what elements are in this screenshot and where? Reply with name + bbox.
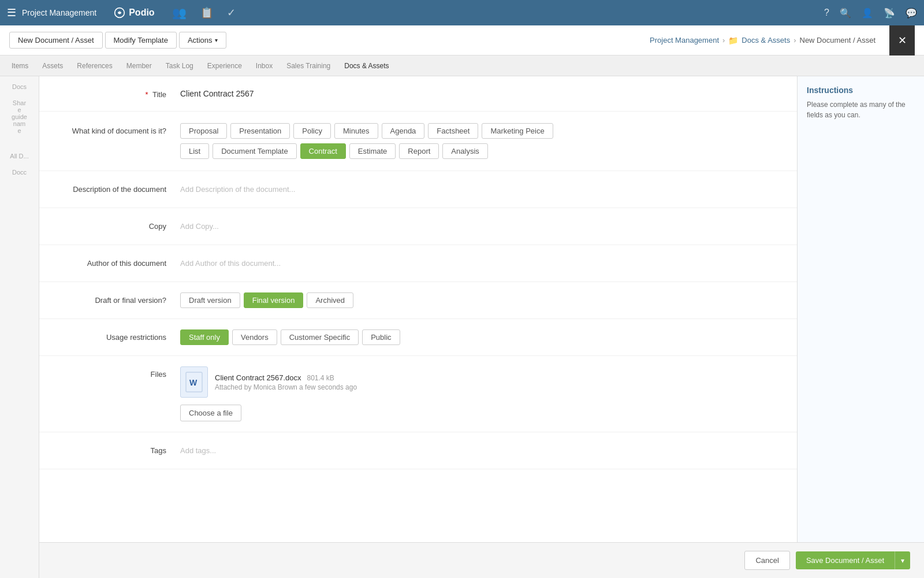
description-content[interactable]: Add Description of the document...: [180, 181, 783, 197]
breadcrumb-folder[interactable]: Docs & Assets: [742, 36, 790, 45]
author-content[interactable]: Add Author of this document...: [180, 255, 783, 271]
usage-tags: Staff only Vendors Customer Specific Pub…: [180, 329, 783, 345]
chevron-down-icon: ▾: [215, 37, 218, 43]
sidebar-docc: Docc: [12, 169, 27, 176]
tag-final-version[interactable]: Final version: [244, 292, 304, 308]
sec-nav-experience[interactable]: Experience: [205, 62, 244, 70]
tag-report[interactable]: Report: [399, 143, 439, 159]
file-size: 801.4 kB: [307, 374, 334, 382]
author-row: Author of this document Add Author of th…: [39, 245, 797, 282]
tags-placeholder[interactable]: Add tags...: [180, 443, 783, 458]
breadcrumb: Project Management › 📁 Docs & Assets › N…: [650, 36, 875, 45]
chat-icon[interactable]: 💬: [906, 8, 917, 18]
files-content: W Client Contract 2567.docx 801.4 kB Att…: [180, 366, 783, 421]
file-meta: Attached by Monica Brown a few seconds a…: [215, 383, 357, 391]
usage-row: Usage restrictions Staff only Vendors Cu…: [39, 319, 797, 356]
instructions-panel: Instructions Please complete as many of …: [797, 76, 924, 542]
tag-staff-only[interactable]: Staff only: [180, 329, 229, 345]
breadcrumb-sep-1: ›: [722, 36, 725, 45]
sec-nav-sales-training[interactable]: Sales Training: [284, 62, 333, 70]
tag-customer-specific[interactable]: Customer Specific: [281, 329, 359, 345]
new-document-button[interactable]: New Document / Asset: [9, 32, 103, 49]
hamburger-icon[interactable]: ☰: [7, 6, 16, 19]
tag-contract[interactable]: Contract: [300, 143, 346, 159]
tag-archived[interactable]: Archived: [307, 292, 353, 308]
sec-nav-task-log[interactable]: Task Log: [163, 62, 196, 70]
sub-toolbar: New Document / Asset Modify Template Act…: [0, 25, 924, 55]
secondary-nav: Items Assets References Member Task Log …: [0, 55, 924, 76]
tag-document-template[interactable]: Document Template: [213, 143, 296, 159]
files-row: Files W: [39, 356, 797, 432]
file-name: Client Contract 2567.docx: [215, 373, 301, 382]
podio-logo: Podio: [114, 7, 154, 18]
user-icon[interactable]: 👤: [862, 8, 873, 18]
author-placeholder[interactable]: Add Author of this document...: [180, 255, 783, 271]
breadcrumb-sep-2: ›: [793, 36, 796, 45]
cancel-button[interactable]: Cancel: [744, 551, 789, 570]
copy-label: Copy: [53, 218, 180, 231]
notifications-icon[interactable]: 📡: [884, 8, 895, 18]
tags-row: Tags Add tags...: [39, 432, 797, 469]
breadcrumb-current: New Document / Asset: [800, 36, 876, 45]
instructions-title: Instructions: [807, 86, 915, 95]
tag-factsheet[interactable]: Factsheet: [428, 123, 478, 139]
tag-public[interactable]: Public: [362, 329, 400, 345]
close-button[interactable]: ✕: [889, 25, 915, 55]
instructions-text: Please complete as many of the fields as…: [807, 99, 915, 120]
sec-nav-references[interactable]: References: [74, 62, 114, 70]
left-sidebar: Docs Shareguidename All D... Docc: [0, 76, 39, 578]
sec-nav-docs-assets[interactable]: Docs & Assets: [342, 62, 391, 70]
required-marker: *: [145, 90, 148, 99]
save-dropdown-button[interactable]: ▾: [895, 551, 910, 569]
sec-nav-inbox[interactable]: Inbox: [254, 62, 275, 70]
bottom-bar: Cancel Save Document / Asset ▾: [39, 542, 924, 578]
main-layout: Docs Shareguidename All D... Docc * Titl…: [0, 76, 924, 578]
sec-nav-items[interactable]: Items: [9, 62, 31, 70]
document-type-content: Proposal Presentation Policy Minutes Age…: [180, 123, 783, 159]
save-document-button[interactable]: Save Document / Asset: [796, 551, 895, 569]
folder-icon: 📁: [728, 36, 738, 45]
version-content: Draft version Final version Archived: [180, 292, 783, 308]
file-icon: W: [180, 366, 208, 398]
modify-template-button[interactable]: Modify Template: [105, 32, 177, 49]
svg-text:W: W: [189, 378, 198, 387]
copy-placeholder[interactable]: Add Copy...: [180, 218, 783, 234]
tag-minutes[interactable]: Minutes: [334, 123, 378, 139]
sec-nav-assets[interactable]: Assets: [40, 62, 65, 70]
document-type-tags: Proposal Presentation Policy Minutes Age…: [180, 123, 783, 139]
top-nav: ☰ Project Management Podio 👥 📋 ✓ ? 🔍 👤 📡…: [0, 0, 924, 25]
search-icon[interactable]: 🔍: [840, 8, 851, 18]
tag-vendors[interactable]: Vendors: [232, 329, 277, 345]
document-type-label: What kind of document is it?: [53, 123, 180, 135]
files-label: Files: [53, 366, 180, 379]
actions-dropdown[interactable]: Actions ▾: [179, 32, 226, 49]
tag-list[interactable]: List: [180, 143, 209, 159]
tag-marketing[interactable]: Marketing Peice: [482, 123, 553, 139]
sec-nav-member[interactable]: Member: [124, 62, 154, 70]
tag-analysis[interactable]: Analysis: [442, 143, 487, 159]
author-label: Author of this document: [53, 255, 180, 268]
help-icon[interactable]: ?: [824, 8, 829, 18]
content-area: * Title Client Contract 2567 What kind o…: [39, 76, 924, 578]
copy-content[interactable]: Add Copy...: [180, 218, 783, 234]
title-value[interactable]: Client Contract 2567: [180, 87, 783, 101]
tag-policy[interactable]: Policy: [293, 123, 331, 139]
tag-proposal[interactable]: Proposal: [180, 123, 227, 139]
choose-file-button[interactable]: Choose a file: [180, 405, 241, 421]
file-attachment: W Client Contract 2567.docx 801.4 kB Att…: [180, 366, 783, 398]
copy-row: Copy Add Copy...: [39, 208, 797, 245]
tag-estimate[interactable]: Estimate: [349, 143, 396, 159]
actions-label: Actions: [188, 36, 213, 45]
version-label: Draft or final version?: [53, 292, 180, 305]
save-btn-group: Save Document / Asset ▾: [796, 551, 910, 569]
tag-agenda[interactable]: Agenda: [382, 123, 425, 139]
document-type-row: What kind of document is it? Proposal Pr…: [39, 112, 797, 171]
tag-draft-version[interactable]: Draft version: [180, 292, 240, 308]
breadcrumb-project[interactable]: Project Management: [650, 36, 719, 45]
tags-content[interactable]: Add tags...: [180, 443, 783, 458]
title-label: * Title: [53, 87, 180, 99]
tag-presentation[interactable]: Presentation: [230, 123, 290, 139]
usage-content: Staff only Vendors Customer Specific Pub…: [180, 329, 783, 345]
description-placeholder[interactable]: Add Description of the document...: [180, 181, 783, 197]
title-content: Client Contract 2567: [180, 87, 783, 101]
